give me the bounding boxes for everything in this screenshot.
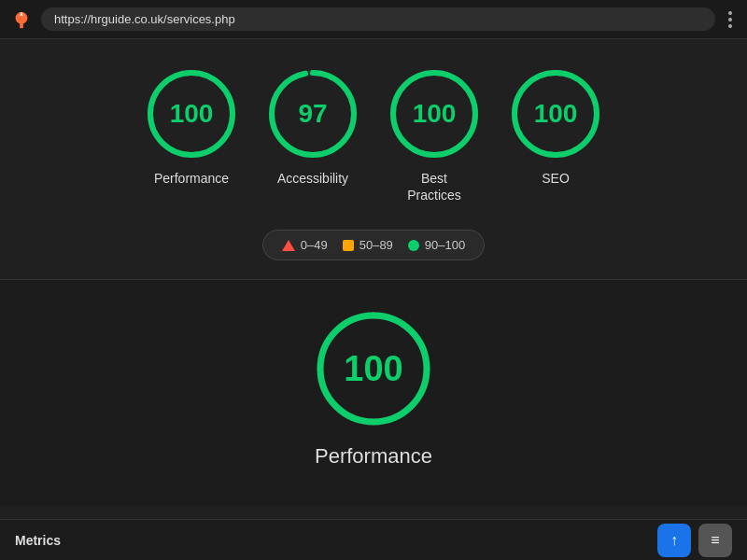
browser-bar: https://hrguide.co.uk/services.php <box>0 0 747 39</box>
triangle-icon <box>282 240 295 251</box>
scores-section: 100 Performance 97 Accessibility <box>0 39 747 279</box>
score-label-performance: Performance <box>154 170 229 187</box>
menu-dot-1 <box>728 11 732 15</box>
legend-range-high: 90–100 <box>425 238 465 252</box>
score-number-seo: 100 <box>534 99 578 129</box>
footer-bar: Metrics ↑ ≡ <box>0 519 747 560</box>
score-label-accessibility: Accessibility <box>277 170 348 187</box>
large-score-circle: 100 <box>313 308 434 429</box>
menu-dot-3 <box>728 24 732 28</box>
score-circle-performance: 100 <box>145 67 238 161</box>
score-item-seo: 100 SEO <box>509 67 602 203</box>
url-bar[interactable]: https://hrguide.co.uk/services.php <box>41 7 715 31</box>
browser-favicon <box>11 9 32 30</box>
square-icon <box>343 240 354 251</box>
menu-button[interactable]: ≡ <box>698 524 732 557</box>
legend-range-mid: 50–89 <box>359 238 393 252</box>
metrics-label: Metrics <box>15 533 657 548</box>
score-item-performance: 100 Performance <box>145 67 238 203</box>
score-circle-seo: 100 <box>509 67 602 161</box>
browser-menu-button[interactable] <box>725 7 736 32</box>
bottom-section: 100 Performance <box>0 280 747 506</box>
large-score-number: 100 <box>344 349 402 389</box>
main-content: 100 Performance 97 Accessibility <box>0 39 747 560</box>
hamburger-icon: ≡ <box>711 532 719 549</box>
score-item-accessibility: 97 Accessibility <box>266 67 359 203</box>
score-circle-best-practices: 100 <box>388 67 481 161</box>
share-button[interactable]: ↑ <box>657 524 691 557</box>
score-circle-accessibility: 97 <box>266 67 359 161</box>
score-number-best-practices: 100 <box>413 99 457 129</box>
scores-row: 100 Performance 97 Accessibility <box>145 67 602 203</box>
large-score-label: Performance <box>315 444 432 469</box>
svg-rect-2 <box>20 22 23 27</box>
footer-buttons: ↑ ≡ <box>657 524 732 557</box>
legend-item-high: 90–100 <box>408 238 465 252</box>
legend-range-low: 0–49 <box>301 238 328 252</box>
menu-dot-2 <box>728 18 732 21</box>
score-label-seo: SEO <box>542 170 570 187</box>
circle-icon <box>408 240 419 251</box>
legend-item-mid: 50–89 <box>343 238 393 252</box>
share-icon: ↑ <box>670 532 678 549</box>
score-item-best-practices: 100 BestPractices <box>388 67 481 203</box>
score-number-performance: 100 <box>170 99 214 129</box>
score-label-best-practices: BestPractices <box>407 170 461 203</box>
score-number-accessibility: 97 <box>298 99 327 129</box>
legend: 0–49 50–89 90–100 <box>262 230 485 260</box>
legend-item-low: 0–49 <box>282 238 328 252</box>
